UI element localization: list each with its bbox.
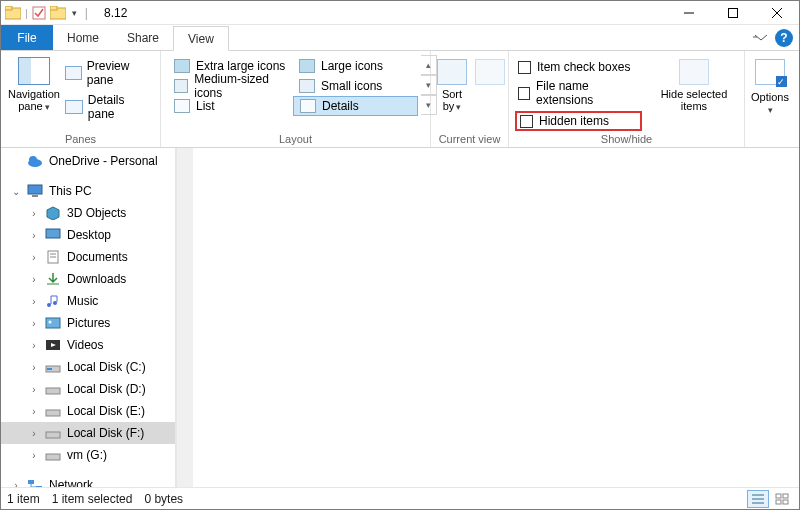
tree-network[interactable]: ›Network — [1, 474, 175, 487]
tree-disk-d-label: Local Disk (D:) — [67, 382, 146, 396]
tab-file[interactable]: File — [1, 25, 53, 50]
chevron-right-icon[interactable]: › — [29, 318, 39, 329]
svg-rect-36 — [776, 494, 781, 498]
layout-large-label: Large icons — [321, 59, 383, 73]
sort-by-button[interactable]: Sort by▾ — [437, 59, 467, 113]
tab-view[interactable]: View — [173, 26, 229, 51]
chevron-right-icon[interactable]: › — [11, 480, 21, 488]
maximize-button[interactable] — [711, 1, 755, 25]
tree-3d-label: 3D Objects — [67, 206, 126, 220]
layout-details[interactable]: Details — [293, 96, 418, 116]
group-options: Options▾ — [745, 51, 799, 147]
explorer-window: | ▾ | 8.12 File Home Share View ? — [0, 0, 800, 510]
details-pane-label: Details pane — [88, 93, 154, 121]
chevron-right-icon[interactable]: › — [29, 252, 39, 263]
ribbon: Navigation pane▾ Preview pane Details pa… — [1, 51, 799, 148]
tree-desktop[interactable]: ›Desktop — [1, 224, 175, 246]
cloud-icon — [27, 154, 43, 168]
columns-button[interactable] — [475, 59, 505, 113]
svg-rect-39 — [783, 500, 788, 504]
close-button[interactable] — [755, 1, 799, 25]
tree-3d-objects[interactable]: ›3D Objects — [1, 202, 175, 224]
tree-disk-g[interactable]: ›vm (G:) — [1, 444, 175, 466]
layout-list[interactable]: List — [168, 96, 293, 116]
medium-icons-icon — [174, 79, 188, 93]
tree-downloads[interactable]: ›Downloads — [1, 268, 175, 290]
svg-point-20 — [53, 301, 57, 305]
item-checkboxes-toggle[interactable]: Item check boxes — [515, 59, 642, 75]
group-layout: Extra large icons Large icons Medium-siz… — [161, 51, 431, 147]
tree-thispc-label: This PC — [49, 184, 92, 198]
tree-videos-label: Videos — [67, 338, 103, 352]
tree-disk-f[interactable]: ›Local Disk (F:) — [1, 422, 175, 444]
svg-rect-30 — [46, 454, 60, 460]
layout-small-label: Small icons — [321, 79, 382, 93]
layout-medium[interactable]: Medium-sized icons — [168, 76, 293, 96]
tree-scrollbar[interactable] — [176, 148, 193, 487]
group-layout-label: Layout — [167, 132, 424, 145]
details-view-button[interactable] — [747, 490, 769, 508]
chevron-right-icon[interactable]: › — [29, 208, 39, 219]
tree-onedrive[interactable]: OneDrive - Personal — [1, 150, 175, 172]
chevron-right-icon[interactable]: › — [29, 230, 39, 241]
navigation-pane-button[interactable]: Navigation pane▾ — [7, 55, 61, 113]
thumbnails-view-button[interactable] — [771, 490, 793, 508]
list-icon — [174, 99, 190, 113]
chevron-right-icon[interactable]: › — [29, 450, 39, 461]
group-current-view-label: Current view — [437, 132, 502, 145]
layout-large[interactable]: Large icons — [293, 56, 418, 76]
tree-videos[interactable]: ›Videos — [1, 334, 175, 356]
details-pane-button[interactable]: Details pane — [65, 93, 154, 121]
hidden-items-toggle[interactable]: Hidden items — [515, 111, 642, 131]
properties-icon[interactable] — [32, 6, 46, 20]
status-bar: 1 item 1 item selected 0 bytes — [1, 487, 799, 509]
desktop-icon — [45, 228, 61, 242]
tree-disk-e[interactable]: ›Local Disk (E:) — [1, 400, 175, 422]
preview-pane-button[interactable]: Preview pane — [65, 59, 154, 87]
tree-disk-c-label: Local Disk (C:) — [67, 360, 146, 374]
tab-share[interactable]: Share — [113, 25, 173, 50]
tree-thispc[interactable]: ⌄This PC — [1, 180, 175, 202]
file-extensions-label: File name extensions — [536, 79, 639, 107]
preview-pane-icon — [65, 66, 82, 80]
svg-rect-31 — [28, 480, 34, 484]
thumbnails-view-icon — [775, 493, 789, 505]
tree-pictures[interactable]: ›Pictures — [1, 312, 175, 334]
options-button[interactable]: Options▾ — [751, 55, 789, 116]
chevron-right-icon[interactable]: › — [29, 340, 39, 351]
chevron-right-icon[interactable]: › — [29, 362, 39, 373]
checkbox-icon — [518, 87, 530, 100]
svg-rect-11 — [28, 185, 42, 194]
layout-extra-large-label: Extra large icons — [196, 59, 285, 73]
tree-pictures-label: Pictures — [67, 316, 110, 330]
chevron-right-icon[interactable]: › — [29, 384, 39, 395]
layout-small[interactable]: Small icons — [293, 76, 418, 96]
chevron-right-icon[interactable]: › — [29, 428, 39, 439]
tree-disk-d[interactable]: ›Local Disk (D:) — [1, 378, 175, 400]
chevron-right-icon[interactable]: › — [29, 296, 39, 307]
group-current-view: Sort by▾ Current view — [431, 51, 509, 147]
qat-separator: | — [25, 7, 28, 19]
navigation-tree[interactable]: OneDrive - Personal ⌄This PC ›3D Objects… — [1, 148, 176, 487]
tree-documents[interactable]: ›Documents — [1, 246, 175, 268]
minimize-ribbon-icon[interactable] — [753, 25, 769, 50]
hide-selected-button[interactable]: Hide selected items — [650, 59, 738, 112]
help-icon[interactable]: ? — [775, 29, 793, 47]
file-list-area[interactable] — [193, 148, 799, 487]
chevron-down-icon[interactable]: ⌄ — [11, 186, 21, 197]
minimize-button[interactable] — [667, 1, 711, 25]
tab-home[interactable]: Home — [53, 25, 113, 50]
options-icon — [755, 59, 785, 85]
svg-rect-27 — [46, 388, 60, 394]
tree-disk-c[interactable]: ›Local Disk (C:) — [1, 356, 175, 378]
chevron-right-icon[interactable]: › — [29, 274, 39, 285]
tree-music[interactable]: ›Music — [1, 290, 175, 312]
new-folder-icon[interactable] — [50, 6, 66, 20]
file-extensions-toggle[interactable]: File name extensions — [515, 78, 642, 108]
qat-dropdown-icon[interactable]: ▾ — [72, 8, 77, 18]
options-label: Options — [751, 91, 789, 103]
extra-large-icons-icon — [174, 59, 190, 73]
drive-icon — [45, 426, 61, 440]
chevron-right-icon[interactable]: › — [29, 406, 39, 417]
tree-onedrive-label: OneDrive - Personal — [49, 154, 158, 168]
